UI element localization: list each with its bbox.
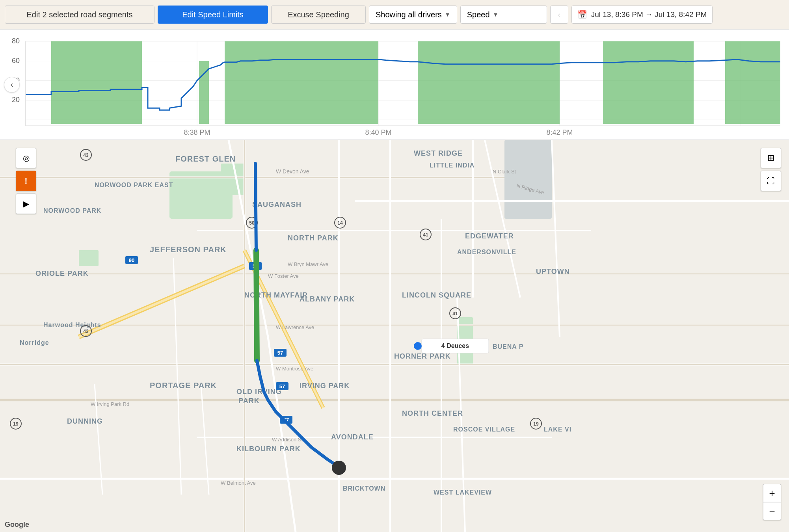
svg-text:80: 80 — [12, 37, 20, 45]
svg-text:ALBANY PARK: ALBANY PARK — [300, 295, 355, 303]
svg-text:NORTH CENTER: NORTH CENTER — [402, 409, 463, 417]
map-controls-right: ⊞ ⛶ — [761, 148, 781, 191]
svg-text:BRICKTOWN: BRICKTOWN — [343, 485, 385, 492]
svg-text:4 Deuces: 4 Deuces — [441, 342, 469, 349]
svg-text:57: 57 — [279, 383, 285, 389]
svg-text:19: 19 — [13, 421, 19, 427]
excuse-speeding-button[interactable]: Excuse Speeding — [271, 6, 366, 24]
toolbar: Edit 2 selected road segments Edit Speed… — [0, 0, 789, 30]
svg-text:8:42 PM: 8:42 PM — [547, 128, 573, 136]
svg-rect-30 — [504, 140, 552, 219]
locate-icon: ◎ — [23, 153, 30, 163]
zoom-in-button[interactable]: + — [763, 484, 781, 502]
svg-text:LAKE VI: LAKE VI — [544, 426, 571, 433]
svg-text:41: 41 — [423, 232, 428, 238]
svg-text:8:40 PM: 8:40 PM — [365, 128, 392, 136]
svg-rect-18 — [603, 41, 694, 124]
svg-text:PARK: PARK — [238, 397, 260, 405]
svg-text:W Lawrence Ave: W Lawrence Ave — [276, 324, 314, 330]
svg-text:W Devon Ave: W Devon Ave — [276, 168, 309, 175]
svg-text:W Foster Ave: W Foster Ave — [268, 273, 299, 279]
locate-button[interactable]: ◎ — [16, 148, 36, 168]
svg-text:AVONDALE: AVONDALE — [331, 433, 374, 441]
svg-text:ROSCOE VILLAGE: ROSCOE VILLAGE — [453, 426, 515, 433]
svg-text:KILBOURN PARK: KILBOURN PARK — [236, 445, 301, 453]
svg-text:90: 90 — [129, 257, 134, 263]
svg-rect-16 — [225, 41, 378, 124]
svg-text:NORWOOD PARK EAST: NORWOOD PARK EAST — [95, 182, 173, 188]
svg-text:OLD IRVING: OLD IRVING — [236, 388, 282, 396]
svg-text:NORWOOD PARK: NORWOOD PARK — [43, 207, 101, 214]
svg-text:60: 60 — [12, 57, 20, 65]
svg-rect-27 — [221, 164, 244, 195]
chevron-left-icon: ‹ — [558, 11, 560, 19]
svg-text:41: 41 — [452, 311, 458, 316]
svg-point-134 — [414, 342, 422, 350]
svg-text:BUENA P: BUENA P — [493, 343, 523, 350]
svg-text:JEFFERSON PARK: JEFFERSON PARK — [150, 245, 227, 254]
svg-text:WEST RIDGE: WEST RIDGE — [414, 149, 463, 157]
svg-text:DUNNING: DUNNING — [67, 417, 103, 425]
svg-text:NORTH PARK: NORTH PARK — [288, 234, 339, 242]
svg-text:FOREST GLEN: FOREST GLEN — [175, 154, 236, 163]
svg-text:PORTAGE PARK: PORTAGE PARK — [150, 381, 217, 390]
svg-rect-25 — [0, 140, 789, 532]
svg-text:W Addison St: W Addison St — [272, 437, 303, 443]
alert-button[interactable]: ! — [16, 171, 36, 191]
svg-text:50: 50 — [249, 220, 255, 226]
svg-text:WEST LAKEVIEW: WEST LAKEVIEW — [434, 489, 492, 496]
svg-text:W Belmont Ave: W Belmont Ave — [221, 480, 256, 486]
speed-label: Speed — [467, 10, 490, 19]
svg-text:43: 43 — [83, 153, 89, 158]
nav-back-button[interactable]: ‹ — [550, 6, 568, 24]
svg-text:14: 14 — [337, 220, 343, 226]
svg-text:HORNER PARK: HORNER PARK — [394, 352, 451, 360]
layers-icon: ⊞ — [767, 153, 774, 163]
showing-drivers-dropdown[interactable]: Showing all drivers ▼ — [369, 6, 457, 24]
speed-chart: 80 60 40 20 8:38 PM 8:40 PM 8:42 PM ‹ — [0, 30, 789, 140]
svg-text:UPTOWN: UPTOWN — [536, 268, 570, 275]
svg-text:ORIOLE PARK: ORIOLE PARK — [35, 270, 89, 277]
chevron-down-icon: ▼ — [445, 11, 450, 18]
play-icon: ▶ — [23, 199, 29, 208]
svg-point-132 — [332, 461, 346, 475]
svg-text:Harwood Heights: Harwood Heights — [43, 322, 101, 328]
svg-text:20: 20 — [12, 96, 20, 104]
svg-line-130 — [256, 250, 257, 361]
layers-button[interactable]: ⊞ — [761, 148, 781, 168]
svg-rect-19 — [725, 41, 780, 124]
fullscreen-icon: ⛶ — [767, 177, 775, 186]
chevron-down-icon: ▼ — [493, 11, 499, 18]
svg-text:W Montrose Ave: W Montrose Ave — [276, 366, 313, 372]
svg-rect-29 — [79, 250, 99, 266]
svg-text:W Bryn Mawr Ave: W Bryn Mawr Ave — [288, 261, 328, 267]
play-button[interactable]: ▶ — [16, 193, 36, 214]
speed-dropdown[interactable]: Speed ▼ — [460, 6, 547, 24]
edit-speed-limits-button[interactable]: Edit Speed Limits — [158, 6, 268, 24]
svg-text:EDGEWATER: EDGEWATER — [465, 232, 514, 240]
zoom-controls: + − — [763, 484, 781, 520]
svg-rect-17 — [418, 41, 560, 124]
svg-text:W Irving Park Rd: W Irving Park Rd — [91, 401, 129, 407]
svg-text:ANDERSONVILLE: ANDERSONVILLE — [457, 249, 516, 255]
svg-text:N Clark St: N Clark St — [493, 169, 516, 175]
date-range-display: 📅 Jul 13, 8:36 PM → Jul 13, 8:42 PM — [571, 6, 713, 24]
svg-text:57: 57 — [277, 350, 283, 356]
calendar-icon: 📅 — [577, 10, 587, 19]
zoom-out-button[interactable]: − — [763, 502, 781, 520]
map-container[interactable]: WEST RIDGE LITTLE INDIA NORWOOD PARK EAS… — [0, 140, 789, 532]
chart-back-button[interactable]: ‹ — [4, 77, 20, 93]
showing-drivers-label: Showing all drivers — [376, 10, 442, 19]
svg-text:SAUGANASH: SAUGANASH — [252, 201, 301, 208]
svg-text:LINCOLN SQUARE: LINCOLN SQUARE — [402, 291, 471, 299]
svg-text:IRVING PARK: IRVING PARK — [300, 382, 350, 390]
svg-text:19: 19 — [533, 421, 539, 427]
map-controls-left: ◎ ! ▶ — [16, 148, 36, 214]
edit-segments-button[interactable]: Edit 2 selected road segments — [5, 6, 154, 24]
alert-icon: ! — [24, 176, 27, 186]
svg-text:8:38 PM: 8:38 PM — [184, 128, 210, 136]
svg-rect-14 — [51, 41, 142, 124]
svg-line-131 — [255, 164, 256, 250]
svg-text:Norridge: Norridge — [20, 339, 49, 346]
fullscreen-button[interactable]: ⛶ — [761, 171, 781, 191]
